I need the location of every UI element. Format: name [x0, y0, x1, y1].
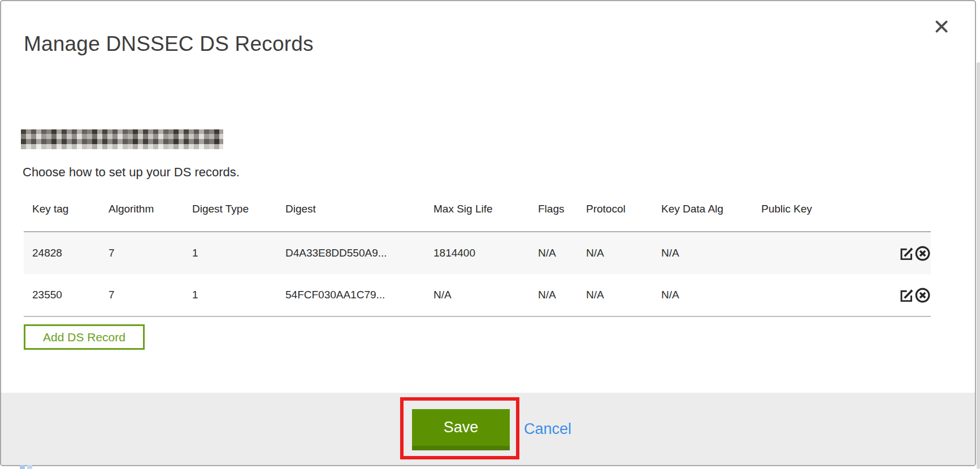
col-header-digest-type: Digest Type	[192, 186, 285, 232]
cell-flags: N/A	[538, 274, 586, 316]
background-page-fragment	[27, 465, 32, 469]
cell-public-key	[761, 232, 891, 274]
cell-key-data-alg: N/A	[661, 232, 761, 274]
cell-protocol: N/A	[586, 274, 661, 316]
cell-key-tag: 23550	[24, 274, 109, 316]
cell-digest: 54FCF030AA1C79...	[285, 274, 433, 316]
cell-key-tag: 24828	[24, 232, 109, 274]
cancel-link[interactable]: Cancel	[524, 420, 571, 438]
cell-flags: N/A	[538, 232, 586, 274]
delete-record-icon[interactable]	[914, 245, 931, 262]
cell-algorithm: 7	[109, 274, 192, 316]
delete-record-icon[interactable]	[914, 287, 931, 303]
manage-dnssec-dialog: Manage DNSSEC DS Records Choose how to s…	[0, 0, 976, 466]
ds-records-table: Key tag Algorithm Digest Type Digest Max…	[24, 186, 931, 317]
dialog-title: Manage DNSSEC DS Records	[24, 32, 314, 56]
col-header-algorithm: Algorithm	[109, 186, 192, 232]
cell-digest: D4A33E8DD550A9...	[285, 232, 433, 274]
col-header-actions	[891, 186, 931, 232]
edit-record-icon[interactable]	[899, 246, 914, 261]
cell-max-sig-life: 1814400	[433, 232, 538, 274]
col-header-public-key: Public Key	[761, 186, 891, 232]
row-actions	[891, 274, 931, 316]
add-ds-record-button[interactable]: Add DS Record	[24, 324, 145, 350]
col-header-flags: Flags	[538, 186, 586, 232]
close-icon[interactable]	[933, 18, 950, 35]
table-header-row: Key tag Algorithm Digest Type Digest Max…	[24, 186, 931, 232]
cell-digest-type: 1	[192, 232, 285, 274]
cell-key-data-alg: N/A	[661, 274, 761, 316]
edit-record-icon[interactable]	[899, 288, 914, 303]
save-button[interactable]: Save	[412, 409, 510, 450]
table-row: 24828 7 1 D4A33E8DD550A9... 1814400 N/A …	[24, 232, 931, 274]
cell-algorithm: 7	[109, 232, 192, 274]
row-actions	[891, 232, 931, 274]
setup-instruction: Choose how to set up your DS records.	[23, 165, 240, 180]
redacted-domain-name	[21, 129, 223, 149]
col-header-key-data-alg: Key Data Alg	[661, 186, 761, 232]
cell-protocol: N/A	[586, 232, 661, 274]
col-header-max-sig-life: Max Sig Life	[433, 186, 538, 232]
cell-max-sig-life: N/A	[433, 274, 538, 316]
col-header-protocol: Protocol	[586, 186, 661, 232]
col-header-key-tag: Key tag	[24, 186, 109, 232]
scrollbar[interactable]	[977, 62, 980, 469]
cell-digest-type: 1	[192, 274, 285, 316]
cell-public-key	[761, 274, 891, 316]
col-header-digest: Digest	[285, 186, 433, 232]
background-page-fragment	[20, 465, 25, 469]
table-row: 23550 7 1 54FCF030AA1C79... N/A N/A N/A …	[24, 274, 931, 316]
